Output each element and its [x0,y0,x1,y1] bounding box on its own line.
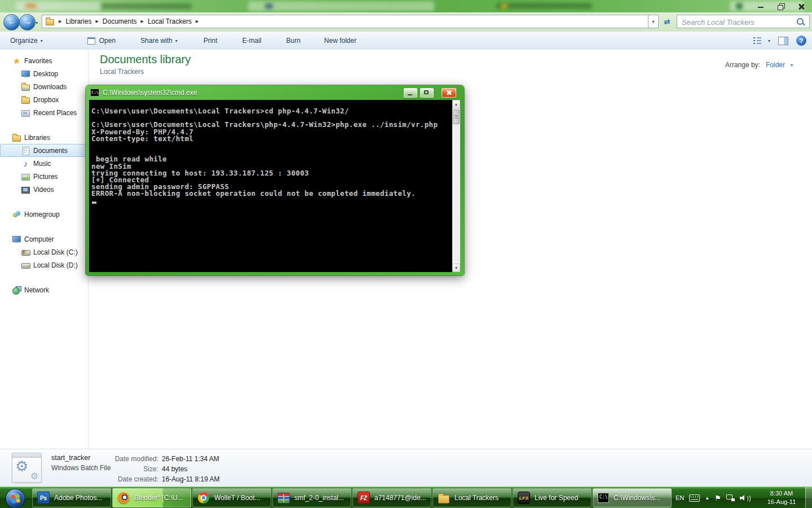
sidebar-section-computer[interactable]: Computer [0,233,86,246]
chevron-down-icon: ▾ [768,38,770,43]
console[interactable]: C:\Users\user\Documents\Local Trackers>c… [89,100,460,272]
videos-icon [21,185,30,194]
breadcrumb[interactable]: ▶Libraries▶Documents▶Local Trackers▶ [42,15,648,28]
sidebar-item-videos[interactable]: Videos [0,183,86,196]
sidebar-item-label: Desktop [33,70,58,78]
recent-pages-dropdown-icon[interactable]: ▾ [36,20,38,25]
preview-pane-icon[interactable] [778,37,788,45]
background-tab[interactable] [248,1,434,11]
music-icon: ♪ [21,159,30,168]
restore-button[interactable] [775,2,787,11]
taskbar-button-label: WolleT / Boot... [214,494,261,502]
taskbar-button-live-for-speed[interactable]: LFSLive for Speed [513,488,592,507]
clock-date: 16-Aug-11 [758,498,805,506]
show-hidden-icons-icon[interactable]: ▲ [705,496,709,501]
change-view-button[interactable]: ▾ [753,37,770,44]
scroll-down-icon[interactable]: ▼ [452,264,460,272]
action-center-flag-icon[interactable]: ⚑ [714,494,721,502]
folder-icon [438,492,450,504]
toolbar-item-organize[interactable]: Organize▾ [5,34,48,47]
sidebar-item-desktop[interactable]: Desktop [0,67,86,80]
breadcrumb-item-libraries[interactable]: Libraries [65,17,91,25]
computer-icon [12,235,21,244]
help-icon[interactable]: ? [796,36,806,46]
minimize-button[interactable] [754,2,767,11]
toolbar-item-burn[interactable]: Burn [281,34,306,47]
taskbar-button-c-windows-s[interactable]: C:\C:\Windows\s... [593,488,672,507]
refresh-icon[interactable]: ⇄ [661,16,673,27]
taskbar-button-adobe-photos[interactable]: PsAdobe Photos... [32,488,111,507]
taskbar-clock[interactable]: 8:30 AM 16-Aug-11 [758,489,805,506]
details-field: Date created:16-Aug-11 8:19 AM [110,474,220,484]
volume-icon[interactable] [740,494,749,502]
toolbar-item-label: New folder [324,37,356,45]
sidebar-item-recent-places[interactable]: Recent Places [0,106,86,119]
sidebar-item-downloads[interactable]: Downloads [0,80,86,93]
toolbar-item-print[interactable]: Print [198,34,223,47]
arrange-by-dropdown[interactable]: Folder ▾ [766,61,793,69]
taskbar-button-wollet-boot[interactable]: WolleT / Boot... [192,488,271,507]
search-input[interactable] [681,16,793,28]
sidebar-item-local-disk-c[interactable]: Local Disk (C:) [0,246,86,259]
cmd-minimize-button[interactable] [404,88,417,98]
sidebar-section-homegroup[interactable]: Homegroup [0,208,86,221]
search-icon [797,18,804,25]
taskbar-button-local-trackers[interactable]: Local Trackers [433,488,511,507]
toolbar-item-e-mail[interactable]: E-mail [236,34,267,47]
sidebar-section-network[interactable]: Network [0,283,86,296]
close-icon[interactable] [795,2,807,11]
back-button[interactable]: ← [3,14,20,30]
address-dropdown-icon[interactable]: ▾ [648,15,659,28]
breadcrumb-separator-icon: ▶ [196,19,198,24]
system-tray: EN ▲ ⚑ [676,487,749,508]
scroll-up-icon[interactable]: ▲ [452,100,460,108]
background-tab[interactable] [496,3,592,9]
sidebar-section-libraries[interactable]: Libraries [0,131,86,144]
background-tab-favicon [25,4,37,8]
breadcrumb-separator-icon: ▶ [59,19,61,24]
forward-button[interactable]: → [19,14,36,30]
sidebar-tree: ★FavoritesDesktopDownloadsDropboxRecent … [0,50,89,449]
toolbar-item-label: E-mail [242,37,261,45]
sidebar-item-documents[interactable]: Documents [0,144,86,157]
library-header: Documents library Local Trackers [100,53,191,76]
sidebar-item-pictures[interactable]: Pictures [0,170,86,183]
cmd-maximize-button[interactable] [420,88,434,98]
address-folder-icon [45,17,55,26]
scrollbar-thumb[interactable] [453,110,460,124]
taskbar-button-blender-c-u[interactable]: Blender* [C:\U... [112,488,191,507]
toolbar-item-new-folder[interactable]: New folder [319,34,362,47]
background-tab[interactable] [102,3,192,9]
taskbar-button-label: smf_2-0_instal... [294,494,344,502]
chevron-down-icon: ▾ [175,38,178,43]
gear-icon: ⚙ [30,471,38,481]
start-button[interactable] [6,489,25,508]
show-desktop-button[interactable] [805,487,812,508]
breadcrumb-item-local-trackers[interactable]: Local Trackers [148,17,192,25]
sidebar-item-dropbox[interactable]: Dropbox [0,93,86,106]
sidebar-item-music[interactable]: ♪Music [0,157,86,170]
network-tray-icon[interactable] [726,494,735,501]
address-row: ← → ▾ ▶Libraries▶Documents▶Local Tracker… [0,12,812,32]
language-indicator[interactable]: EN [676,494,684,501]
details-field-label: Size: [110,464,158,474]
screen: ← → ▾ ▶Libraries▶Documents▶Local Tracker… [0,0,812,508]
background-browser-titlebar [0,0,812,13]
taskbar-button-smf-2-0-instal[interactable]: smf_2-0_instal... [272,488,351,507]
toolbar-item-share-with[interactable]: Share with▾ [135,34,183,47]
keyboard-icon[interactable] [689,494,700,502]
sidebar-section-favorites[interactable]: ★Favorites [0,54,86,67]
toolbar-item-label: Organize [10,37,38,45]
taskbar: PsAdobe Photos...Blender* [C:\U...WolleT… [0,487,812,508]
homegroup-icon [12,210,21,219]
recent-places-icon [21,108,30,117]
toolbar-item-open[interactable]: Open [81,34,121,47]
sidebar-item-local-disk-d[interactable]: Local Disk (D:) [0,259,86,271]
cmd-icon: C:\. [90,89,99,97]
cmd-icon: C:\ [598,493,609,503]
taskbar-button-a7148771-ide[interactable]: FZa7148771@ide... [352,488,431,507]
breadcrumb-item-documents[interactable]: Documents [103,17,137,25]
console-scrollbar[interactable]: ▲ ▼ [452,100,460,272]
details-field: Date modified:26-Feb-11 1:34 AM [110,454,220,464]
cmd-close-icon[interactable] [442,88,456,98]
